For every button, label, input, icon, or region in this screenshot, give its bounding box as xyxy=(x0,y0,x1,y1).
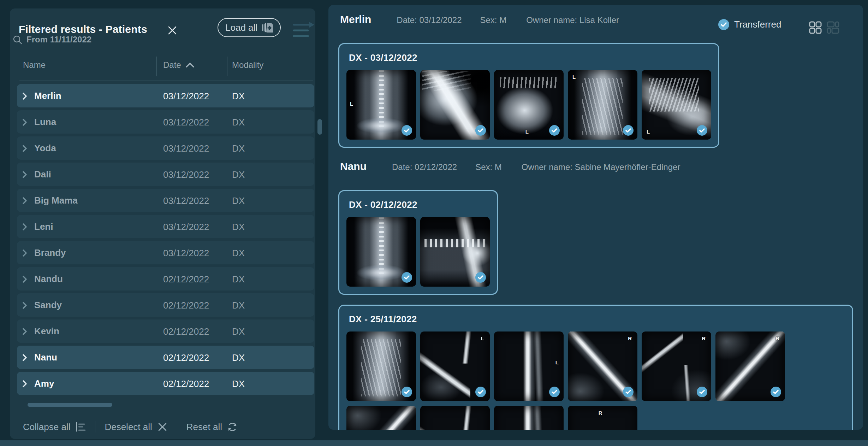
laterality-marker: L xyxy=(481,335,484,341)
laterality-marker: L xyxy=(525,129,529,135)
xray-thumbnail[interactable]: R xyxy=(642,331,711,401)
selected-check-badge xyxy=(475,272,486,283)
xray-thumbnail[interactable]: R xyxy=(568,406,637,430)
sort-ascending-icon xyxy=(185,62,195,68)
row-modality: DX xyxy=(232,378,245,389)
close-icon[interactable] xyxy=(167,25,177,35)
xray-thumbnail[interactable] xyxy=(494,406,564,430)
selected-check-badge xyxy=(475,125,486,136)
expand-chevron-icon[interactable] xyxy=(22,223,27,231)
selected-check-badge xyxy=(402,387,412,397)
grid-layout-icon[interactable] xyxy=(809,21,822,34)
patient-table-body: Merlin 03/12/2022 DX Luna 03/12/2022 DX … xyxy=(17,84,314,398)
row-modality: DX xyxy=(232,352,245,363)
table-row[interactable]: Brandy 03/12/2022 DX xyxy=(17,241,314,264)
expand-chevron-icon[interactable] xyxy=(22,92,27,100)
xray-thumbnail[interactable]: L xyxy=(494,70,564,140)
footer-divider xyxy=(177,421,177,433)
row-study-date: 02/12/2022 xyxy=(163,274,209,285)
collapse-all-button[interactable]: Collapse all xyxy=(23,422,86,433)
table-row[interactable]: Yoda 03/12/2022 DX xyxy=(17,136,314,160)
table-row[interactable]: Leni 03/12/2022 DX xyxy=(17,215,314,238)
xray-thumbnail[interactable]: L xyxy=(642,70,711,140)
column-header-modality[interactable]: Modality xyxy=(232,60,263,70)
column-header-name[interactable]: Name xyxy=(23,60,46,70)
laterality-marker: L xyxy=(350,101,353,107)
expand-chevron-icon[interactable] xyxy=(22,118,27,126)
series-card[interactable]: DX - 03/12/2022 L L L L xyxy=(338,43,719,148)
expand-chevron-icon[interactable] xyxy=(22,145,27,152)
xray-thumbnail[interactable]: L xyxy=(420,331,490,401)
table-row[interactable]: Nandu 02/12/2022 DX xyxy=(17,267,314,291)
vertical-scrollbar-thumb[interactable] xyxy=(317,119,322,135)
xray-thumbnail[interactable] xyxy=(346,406,416,430)
thumbnail-row: L L R R R xyxy=(346,331,845,401)
row-patient-name: Dali xyxy=(34,169,51,180)
row-modality: DX xyxy=(232,248,245,259)
table-row[interactable]: Big Mama 03/12/2022 DX xyxy=(17,189,314,212)
expand-chevron-icon[interactable] xyxy=(22,328,27,335)
xray-thumbnail[interactable]: L xyxy=(494,331,564,401)
filter-from-date: From 11/11/2022 xyxy=(26,35,91,45)
patient-section: Nanu Date: 02/12/2022 Sex: M Owner name:… xyxy=(338,160,853,430)
xray-thumbnail[interactable] xyxy=(346,331,416,401)
patient-name: Nanu xyxy=(340,160,367,172)
expand-chevron-icon[interactable] xyxy=(22,354,27,362)
patient-section: Merlin Date: 03/12/2022 Sex: M Owner nam… xyxy=(338,13,853,148)
row-modality: DX xyxy=(232,222,245,233)
transferred-checkbox[interactable]: Transferred xyxy=(718,19,781,30)
send-to-queue-icon[interactable] xyxy=(292,21,316,38)
deselect-all-icon xyxy=(157,422,168,432)
table-row[interactable]: Merlin 03/12/2022 DX xyxy=(17,84,314,107)
xray-thumbnail[interactable]: L xyxy=(346,70,416,140)
column-divider xyxy=(227,57,227,76)
table-row[interactable]: Sandy 02/12/2022 DX xyxy=(17,293,314,317)
row-patient-name: Big Mama xyxy=(34,195,78,206)
mosaic-layout-icon[interactable] xyxy=(827,21,839,34)
load-all-button[interactable]: Load all xyxy=(218,18,281,37)
series-browser-panel: Transferred Merlin Date: 03/12/2022 Sex:… xyxy=(328,5,863,430)
series-title: DX - 03/12/2022 xyxy=(349,52,711,63)
transferred-check-icon xyxy=(718,19,729,30)
table-row[interactable]: Kevin 02/12/2022 DX xyxy=(17,319,314,343)
laterality-marker: R xyxy=(628,335,632,341)
selected-check-badge xyxy=(549,125,560,136)
row-modality: DX xyxy=(232,195,245,206)
row-study-date: 02/12/2022 xyxy=(163,378,209,389)
column-divider xyxy=(156,57,157,76)
row-study-date: 03/12/2022 xyxy=(163,195,209,206)
xray-thumbnail[interactable] xyxy=(420,406,490,430)
page-title: Filtered results - Patients xyxy=(19,23,147,35)
row-study-date: 02/12/2022 xyxy=(163,300,209,311)
expand-chevron-icon[interactable] xyxy=(22,197,27,205)
table-row[interactable]: Amy 02/12/2022 DX xyxy=(17,372,314,395)
thumbnail-row: L L L L xyxy=(346,70,711,140)
xray-thumbnail[interactable] xyxy=(420,217,490,287)
table-row[interactable]: Nanu 02/12/2022 DX xyxy=(17,346,314,369)
xray-thumbnail[interactable]: R xyxy=(568,331,637,401)
series-card[interactable]: DX - 25/11/2022 L L R R R xyxy=(338,305,853,430)
deselect-all-button[interactable]: Deselect all xyxy=(105,422,167,433)
expand-chevron-icon[interactable] xyxy=(22,171,27,178)
series-card[interactable]: DX - 02/12/2022 xyxy=(338,190,498,295)
expand-chevron-icon[interactable] xyxy=(22,380,27,388)
expand-chevron-icon[interactable] xyxy=(22,249,27,257)
xray-thumbnail[interactable]: R xyxy=(715,331,785,401)
series-title: DX - 25/11/2022 xyxy=(349,314,845,325)
xray-thumbnail[interactable]: L xyxy=(568,70,637,140)
expand-chevron-icon[interactable] xyxy=(22,275,27,283)
patient-date: Date: 02/12/2022 xyxy=(392,162,457,172)
xray-thumbnail[interactable] xyxy=(420,70,490,140)
xray-thumbnail[interactable] xyxy=(346,217,416,287)
expand-chevron-icon[interactable] xyxy=(22,301,27,309)
table-row[interactable]: Luna 03/12/2022 DX xyxy=(17,110,314,134)
table-row[interactable]: Dali 03/12/2022 DX xyxy=(17,163,314,186)
horizontal-scrollbar-thumb[interactable] xyxy=(28,403,112,407)
row-modality: DX xyxy=(232,274,245,285)
reset-all-button[interactable]: Reset all xyxy=(186,422,238,433)
column-header-date[interactable]: Date xyxy=(163,60,195,70)
patient-owner: Owner name: Sabine Mayerhöfler-Edinger xyxy=(522,162,680,172)
row-patient-name: Leni xyxy=(34,221,53,232)
row-study-date: 03/12/2022 xyxy=(163,117,209,128)
row-patient-name: Amy xyxy=(34,378,54,389)
